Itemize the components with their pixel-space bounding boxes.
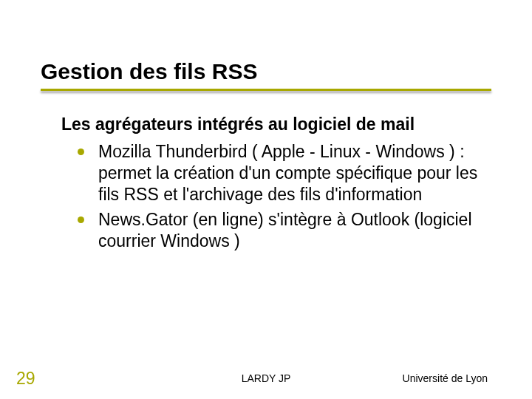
list-item: News.Gator (en ligne) s'intègre à Outloo… <box>78 209 484 253</box>
content-area: Les agrégateurs intégrés au logiciel de … <box>41 115 491 253</box>
bullet-icon <box>78 149 84 155</box>
slide-title: Gestion des fils RSS <box>41 59 491 84</box>
bullet-icon <box>78 216 84 223</box>
page-number: 29 <box>16 369 35 389</box>
list-item: Mozilla Thunderbird ( Apple - Linux - Wi… <box>78 141 484 206</box>
slide: Gestion des fils RSS Les agrégateurs int… <box>0 0 532 399</box>
content-subheading: Les agrégateurs intégrés au logiciel de … <box>61 115 484 135</box>
bullet-text: News.Gator (en ligne) s'intègre à Outloo… <box>98 210 472 250</box>
bullet-list: Mozilla Thunderbird ( Apple - Linux - Wi… <box>61 141 484 253</box>
footer-affiliation: Université de Lyon <box>403 372 488 384</box>
bullet-text: Mozilla Thunderbird ( Apple - Linux - Wi… <box>98 142 477 205</box>
title-underline <box>41 89 491 91</box>
